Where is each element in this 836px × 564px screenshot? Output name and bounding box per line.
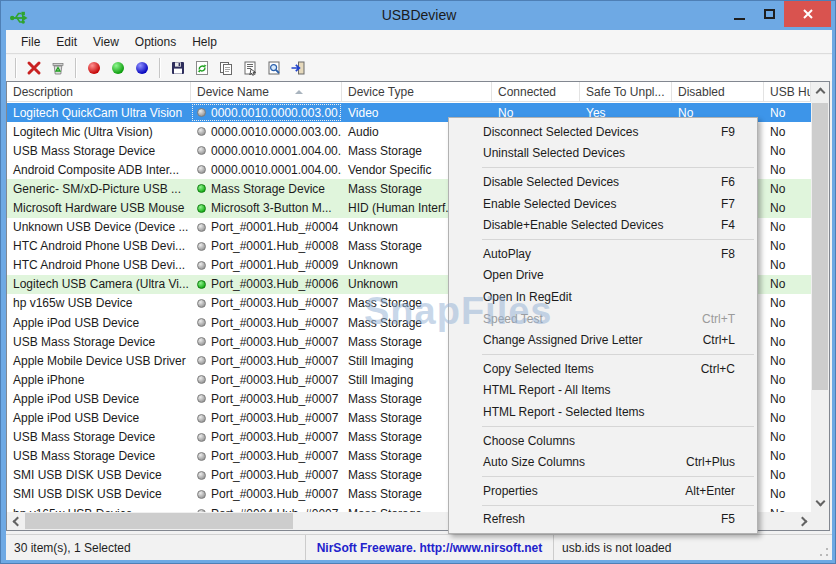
menu-separator bbox=[482, 505, 754, 506]
context-menu: Disconnect Selected DevicesF9Uninstall S… bbox=[448, 117, 758, 534]
column-header-label: Connected bbox=[498, 85, 556, 99]
scroll-left-button[interactable] bbox=[7, 512, 25, 530]
cell-desc: USB Mass Storage Device bbox=[7, 141, 191, 160]
cell-name: Port_#0003.Hub_#0007 bbox=[191, 351, 342, 370]
minimize-button[interactable] bbox=[724, 1, 754, 27]
menubar-item-edit[interactable]: Edit bbox=[48, 31, 85, 53]
save-icon bbox=[170, 60, 186, 76]
column-header-description[interactable]: Description bbox=[7, 82, 191, 101]
cell-hub: No bbox=[764, 122, 811, 141]
menu-item-html-report-selected-items[interactable]: HTML Report - Selected Items bbox=[449, 401, 757, 423]
cell-name: Port_#0003.Hub_#0007 bbox=[191, 313, 342, 332]
scroll-down-button[interactable] bbox=[811, 494, 829, 512]
cell-hub-text: No bbox=[770, 163, 785, 177]
cell-type-text: Mass Storage bbox=[348, 411, 422, 425]
cell-hub-text: No bbox=[770, 354, 785, 368]
close-button[interactable] bbox=[784, 1, 831, 27]
cell-type-text: Mass Storage bbox=[348, 316, 422, 330]
horizontal-scroll-thumb[interactable] bbox=[25, 513, 293, 529]
device-state-green-icon bbox=[197, 280, 206, 289]
column-header-label: Description bbox=[13, 85, 73, 99]
cell-name: Microsoft 3-Button M... bbox=[191, 198, 342, 217]
column-header-usb-hub[interactable]: USB Hub bbox=[764, 82, 811, 101]
menu-item-disconnect-selected-devices[interactable]: Disconnect Selected DevicesF9 bbox=[449, 121, 757, 143]
properties-button[interactable] bbox=[238, 57, 262, 79]
device-state-gray-icon bbox=[197, 146, 206, 155]
menu-item-properties[interactable]: PropertiesAlt+Enter bbox=[449, 480, 757, 502]
copy-button[interactable] bbox=[214, 57, 238, 79]
delete-button[interactable] bbox=[22, 57, 46, 79]
cell-desc-text: SMI USB DISK USB Device bbox=[13, 487, 162, 501]
cell-desc: USB Mass Storage Device bbox=[7, 428, 191, 447]
uninstall-button[interactable] bbox=[46, 57, 70, 79]
menubar-item-file[interactable]: File bbox=[13, 31, 48, 53]
resize-grip-icon[interactable] bbox=[818, 546, 830, 558]
cell-desc: Logitech Mic (Ultra Vision) bbox=[7, 122, 191, 141]
menu-item-disable-enable-selected-devices[interactable]: Disable+Enable Selected DevicesF4 bbox=[449, 214, 757, 236]
column-header-connected[interactable]: Connected bbox=[492, 82, 580, 101]
maximize-button[interactable] bbox=[754, 1, 784, 27]
menu-item-disable-selected-devices[interactable]: Disable Selected DevicesF6 bbox=[449, 171, 757, 193]
cell-hub: No bbox=[764, 160, 811, 179]
properties-icon bbox=[242, 60, 258, 76]
blue-ball-button[interactable] bbox=[130, 57, 154, 79]
cell-name: Port_#0003.Hub_#0007 bbox=[191, 409, 342, 428]
menu-item-speed-test[interactable]: Speed TestCtrl+T bbox=[449, 308, 757, 330]
menu-item-label: Disconnect Selected Devices bbox=[483, 125, 638, 139]
menu-item-label: Uninstall Selected Devices bbox=[483, 146, 625, 160]
menu-item-html-report-all-items[interactable]: HTML Report - All Items bbox=[449, 380, 757, 402]
refresh-button[interactable] bbox=[190, 57, 214, 79]
green-ball-icon bbox=[112, 62, 124, 74]
device-state-gray-icon bbox=[197, 299, 206, 308]
cell-type-text: Mass Storage bbox=[348, 144, 422, 158]
menu-item-enable-selected-devices[interactable]: Enable Selected DevicesF7 bbox=[449, 193, 757, 215]
cell-hub-text: No bbox=[770, 316, 785, 330]
menu-item-copy-selected-items[interactable]: Copy Selected ItemsCtrl+C bbox=[449, 358, 757, 380]
vertical-scroll-thumb[interactable] bbox=[812, 103, 828, 390]
cell-type-text: Unknown bbox=[348, 277, 398, 291]
menu-item-label: Open In RegEdit bbox=[483, 290, 572, 304]
menubar-item-options[interactable]: Options bbox=[127, 31, 184, 53]
toolbar bbox=[6, 55, 832, 81]
find-button[interactable] bbox=[262, 57, 286, 79]
menubar-item-help[interactable]: Help bbox=[184, 31, 225, 53]
cell-desc: SMI USB DISK USB Device bbox=[7, 466, 191, 485]
menu-item-change-assigned-drive-letter[interactable]: Change Assigned Drive LetterCtrl+L bbox=[449, 329, 757, 351]
cell-name: Port_#0004.Hub_#0007 bbox=[191, 504, 342, 512]
device-state-gray-icon bbox=[197, 318, 206, 327]
copy-icon bbox=[218, 60, 234, 76]
menubar-item-view[interactable]: View bbox=[85, 31, 127, 53]
menu-item-autoplay[interactable]: AutoPlayF8 bbox=[449, 243, 757, 265]
nirsoft-link[interactable]: NirSoft Freeware. http://www.nirsoft.net bbox=[306, 535, 554, 560]
red-ball-button[interactable] bbox=[82, 57, 106, 79]
menu-item-choose-columns[interactable]: Choose Columns bbox=[449, 430, 757, 452]
vertical-scrollbar[interactable] bbox=[811, 82, 829, 512]
cell-type-text: Mass Storage bbox=[348, 239, 422, 253]
cell-name: Port_#0003.Hub_#0007 bbox=[191, 485, 342, 504]
menu-item-open-in-regedit[interactable]: Open In RegEdit bbox=[449, 286, 757, 308]
column-header-device-name[interactable]: Device Name bbox=[191, 82, 342, 101]
column-header-disabled[interactable]: Disabled bbox=[672, 82, 764, 101]
menu-item-refresh[interactable]: RefreshF5 bbox=[449, 509, 757, 531]
save-button[interactable] bbox=[166, 57, 190, 79]
uninstall-icon bbox=[50, 60, 66, 76]
cell-hub-text: No bbox=[770, 411, 785, 425]
exit-button[interactable] bbox=[286, 57, 310, 79]
close-icon bbox=[802, 8, 814, 20]
column-header-device-type[interactable]: Device Type bbox=[342, 82, 492, 101]
cell-hub: No bbox=[764, 275, 811, 294]
device-state-gray-icon bbox=[197, 261, 206, 270]
cell-desc: Unknown USB Device (Device ... bbox=[7, 218, 191, 237]
cell-name-text: 0000.0010.0001.004.00... bbox=[211, 163, 342, 177]
cell-desc-text: Apple iPod USB Device bbox=[13, 392, 139, 406]
menu-item-open-drive[interactable]: Open Drive bbox=[449, 265, 757, 287]
column-header-safe-to-unpl[interactable]: Safe To Unpl... bbox=[580, 82, 672, 101]
menu-item-shortcut: Alt+Enter bbox=[685, 484, 735, 498]
menu-item-label: Copy Selected Items bbox=[483, 362, 594, 376]
menu-item-uninstall-selected-devices[interactable]: Uninstall Selected Devices bbox=[449, 143, 757, 165]
green-ball-button[interactable] bbox=[106, 57, 130, 79]
menu-item-auto-size-columns[interactable]: Auto Size ColumnsCtrl+Plus bbox=[449, 451, 757, 473]
scroll-up-button[interactable] bbox=[811, 82, 829, 100]
cell-hub-text: No bbox=[770, 430, 785, 444]
cell-name-text: Port_#0003.Hub_#0007 bbox=[211, 411, 338, 425]
